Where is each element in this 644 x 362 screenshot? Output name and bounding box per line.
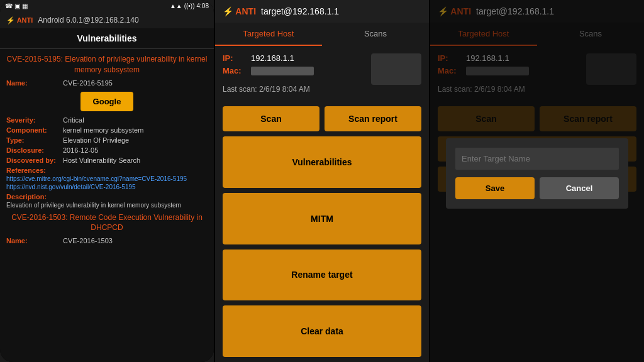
vulnerabilities-title: Vulnerabilities (0, 28, 214, 49)
vulnerabilities-button-p2[interactable]: Vulnerabilities (223, 136, 421, 188)
ip-label-p2: IP: (223, 53, 251, 63)
cve1-severity-row: Severity: Critical (6, 116, 208, 124)
component-value: kernel memory subsystem (63, 126, 208, 134)
scan-button-p2[interactable]: Scan (223, 106, 319, 131)
host-info-p2: IP: 192.168.1.1 Mac: Last scan: 2/6/19 8… (215, 46, 429, 101)
dialog-overlay: Save Cancel (430, 0, 644, 362)
tab-bar-p2: Targeted Host Scans (215, 23, 429, 46)
device-thumbnail-p2 (371, 53, 421, 85)
target-name-input[interactable] (455, 148, 619, 170)
anti-logo-p1: ⚡ ANTI (6, 16, 33, 25)
cve1-discovered-row: Discovered by: Host Vulnerability Search (6, 156, 208, 164)
vulnerability-list: CVE-2016-5195: Elevation of privilege vu… (0, 49, 214, 362)
signal-icon: ▲▲ (170, 3, 182, 9)
tab-scans-p2[interactable]: Scans (322, 23, 429, 46)
ip-row-p2: IP: 192.168.1.1 (223, 53, 365, 63)
type-label: Type: (6, 136, 63, 144)
panel1-phone: ☎ ▣ ▦ ▲▲ ((•)) 4:08 ⚡ ANTI Android 6.0.1… (0, 0, 214, 362)
app-top-title-p2: target@192.168.1.1 (261, 6, 339, 16)
tab-targeted-host-p2[interactable]: Targeted Host (215, 23, 322, 46)
panel3-screen: ⚡ ANTI target@192.168.1.1 Targeted Host … (429, 0, 644, 362)
clock: 4:08 (197, 3, 209, 9)
cve1-name-label: Name: (6, 79, 63, 87)
mitm-button-p2[interactable]: MITM (223, 193, 421, 244)
cve2-name-row: Name: CVE-2016-1503 (6, 237, 208, 244)
data-icon: ▣ (14, 3, 20, 9)
cve2-title: CVE-2016-1503: Remote Code Execution Vul… (6, 212, 208, 234)
clear-data-button-p2[interactable]: Clear data (223, 305, 421, 357)
app-header-title-p1: Android 6.0.1@192.168.2.140 (38, 16, 138, 25)
app-top-bar-p2: ⚡ ANTI target@192.168.1.1 (215, 0, 429, 23)
status-bar: ☎ ▣ ▦ ▲▲ ((•)) 4:08 (0, 0, 214, 12)
button-grid-p2: Scan Scan report Vulnerabilities MITM Re… (215, 101, 429, 362)
cve2-name-value: CVE-2016-1503 (63, 237, 208, 244)
type-value: Elevation Of Privilege (63, 136, 208, 144)
cve1-component-row: Component: kernel memory subsystem (6, 126, 208, 134)
status-icons-right: ▲▲ ((•)) 4:08 (170, 3, 209, 9)
severity-value: Critical (63, 116, 208, 124)
severity-label: Severity: (6, 116, 63, 124)
mac-label-p2: Mac: (223, 66, 251, 75)
rename-target-button-p2[interactable]: Rename target (223, 250, 421, 301)
ref-link-1[interactable]: https://cve.mitre.org/cgi-bin/cvename.cg… (6, 175, 208, 182)
references-label: References: (6, 167, 208, 174)
cancel-dialog-button[interactable]: Cancel (540, 177, 619, 199)
wifi-icon: ▦ (22, 3, 28, 9)
discovered-label: Discovered by: (6, 156, 63, 164)
anti-logo-p2: ⚡ ANTI (223, 6, 256, 16)
cve1-name-row: Name: CVE-2016-5195 (6, 79, 208, 87)
cve2-name-label: Name: (6, 237, 63, 244)
mac-row-p2: Mac: (223, 66, 365, 75)
component-label: Component: (6, 126, 63, 134)
google-button[interactable]: Google (80, 92, 134, 111)
cve1-type-row: Type: Elevation Of Privilege (6, 136, 208, 144)
rename-dialog: Save Cancel (446, 138, 628, 209)
disclosure-value: 2016-12-05 (63, 146, 208, 154)
app-header-panel1: ⚡ ANTI Android 6.0.1@192.168.2.140 (0, 12, 214, 28)
description-label: Description: (6, 193, 208, 200)
panel2-screen: ⚡ ANTI target@192.168.1.1 Targeted Host … (214, 0, 429, 362)
mac-value-p2 (251, 67, 314, 75)
phone-icon: ☎ (5, 3, 13, 9)
status-icons-left: ☎ ▣ ▦ (5, 3, 28, 9)
description-value: Elevation of privilege vulnerability in … (6, 202, 208, 209)
discovered-value: Host Vulnerability Search (63, 156, 208, 164)
save-dialog-button[interactable]: Save (455, 177, 535, 199)
disclosure-label: Disclosure: (6, 146, 63, 154)
wifi-signal-icon: ((•)) (184, 3, 195, 9)
cve1-disclosure-row: Disclosure: 2016-12-05 (6, 146, 208, 154)
cve1-name-value: CVE-2016-5195 (63, 79, 208, 87)
cve1-title: CVE-2016-5195: Elevation of privilege vu… (6, 54, 208, 75)
last-scan-p2: Last scan: 2/6/19 8:04 AM (223, 85, 421, 94)
btn-row-scan-p2: Scan Scan report (223, 106, 421, 131)
dialog-buttons: Save Cancel (455, 177, 619, 199)
last-scan-value-p2: 2/6/19 8:04 AM (259, 85, 310, 94)
scan-report-button-p2[interactable]: Scan report (325, 106, 421, 131)
ip-value-p2: 192.168.1.1 (251, 53, 294, 63)
ref-link-2[interactable]: https://nvd.nist.gov/vuln/detail/CVE-201… (6, 184, 208, 190)
last-scan-label-p2: Last scan: (223, 85, 257, 94)
